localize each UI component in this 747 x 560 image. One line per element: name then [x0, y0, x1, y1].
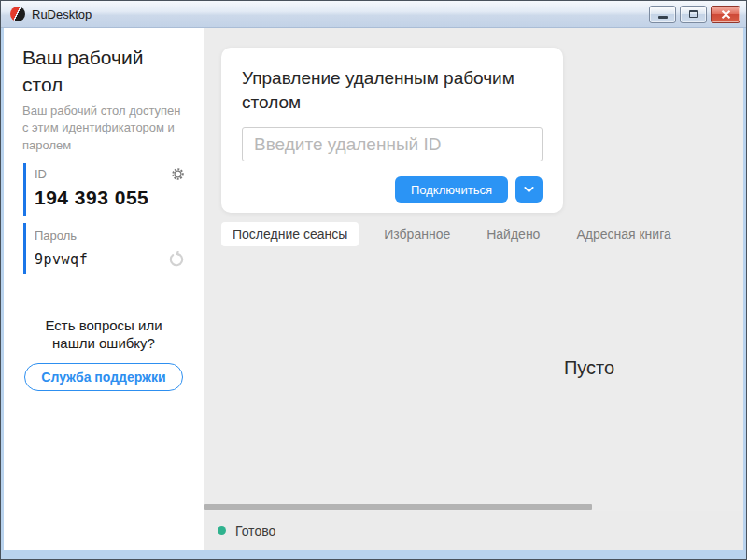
tab-address-book[interactable]: Адресная книга — [565, 222, 682, 246]
refresh-icon — [168, 251, 185, 268]
tab-favorites[interactable]: Избранное — [373, 222, 461, 246]
app-window: RuDesktop Ваш рабочий стол Ваш рабочий с… — [0, 0, 747, 560]
support-question: Есть вопросы или нашли ошибку? — [22, 316, 185, 352]
password-label: Пароль — [35, 229, 77, 243]
password-value: 9pvwqf — [35, 251, 88, 268]
support-section: Есть вопросы или нашли ошибку? Служба по… — [22, 316, 185, 391]
tab-discovered[interactable]: Найдено — [475, 222, 551, 246]
regenerate-password-button[interactable] — [168, 251, 185, 268]
maximize-icon — [689, 10, 698, 18]
scrollbar-thumb[interactable] — [204, 504, 592, 510]
session-tabs: Последние сеансы Избранное Найдено Адрес… — [221, 221, 743, 247]
titlebar[interactable]: RuDesktop — [1, 1, 746, 28]
settings-button[interactable] — [171, 167, 185, 181]
support-button[interactable]: Служба поддержки — [24, 363, 182, 391]
window-title: RuDesktop — [32, 7, 92, 21]
minimize-icon — [658, 16, 668, 19]
status-text: Готово — [235, 524, 275, 539]
tab-content: Пусто — [204, 247, 743, 503]
sidebar: Ваш рабочий стол Ваш рабочий стол доступ… — [4, 28, 204, 550]
empty-state-label: Пусто — [564, 357, 614, 379]
tab-recent-sessions[interactable]: Последние сеансы — [221, 222, 359, 246]
gear-icon — [171, 167, 185, 181]
rudesktop-logo-icon — [10, 7, 25, 21]
card-title: Управление удаленным рабочим столом — [242, 66, 543, 115]
maximize-button[interactable] — [680, 6, 707, 23]
chevron-down-icon — [522, 183, 536, 196]
close-icon — [721, 10, 731, 19]
sidebar-description: Ваш рабочий стол доступен с этим идентиф… — [22, 103, 185, 154]
connect-options-button[interactable] — [515, 176, 543, 203]
id-block: ID 194 393 055 — [23, 163, 185, 216]
desktop-id-value: 194 393 055 — [35, 187, 185, 209]
sidebar-heading: Ваш рабочий стол — [22, 45, 185, 99]
card-actions: Подключиться — [242, 176, 543, 203]
horizontal-scrollbar[interactable] — [204, 503, 743, 511]
connect-button[interactable]: Подключиться — [395, 176, 508, 203]
status-dot — [218, 526, 226, 535]
statusbar: Готово — [204, 511, 743, 550]
close-button[interactable] — [711, 6, 740, 23]
app-body: Ваш рабочий стол Ваш рабочий стол доступ… — [4, 28, 743, 550]
id-label: ID — [35, 167, 47, 181]
remote-id-input[interactable] — [242, 127, 543, 161]
remote-control-card: Управление удаленным рабочим столом Подк… — [221, 48, 563, 213]
window-controls — [649, 6, 740, 23]
password-block: Пароль 9pvwqf — [23, 223, 185, 274]
minimize-button[interactable] — [649, 6, 676, 23]
main-panel: Управление удаленным рабочим столом Подк… — [204, 28, 743, 550]
